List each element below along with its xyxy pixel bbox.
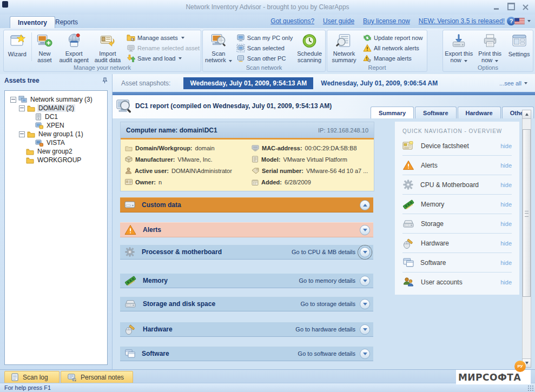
section-custom-data[interactable]: Custom data xyxy=(120,197,373,212)
fact-row: Owner:n xyxy=(121,176,247,188)
hide-link[interactable]: hide xyxy=(500,260,512,266)
expand-section-button[interactable] xyxy=(360,276,370,286)
link-buy-license[interactable]: Buy license now xyxy=(363,17,410,25)
expand-section-button[interactable] xyxy=(360,324,370,335)
expand-section-button[interactable] xyxy=(360,225,370,235)
language-selector[interactable] xyxy=(514,18,531,24)
export-this-now-button[interactable]: Export this now xyxy=(443,30,474,63)
link-user-guide[interactable]: User guide xyxy=(323,17,354,25)
export-audit-agent-button[interactable]: Export audit agent xyxy=(57,30,90,63)
section-hardware[interactable]: Hardware Go to hardware details xyxy=(120,322,373,337)
maximize-button[interactable] xyxy=(507,4,515,10)
settings-button[interactable]: Settings xyxy=(505,30,533,63)
section-software[interactable]: Software Go to software details xyxy=(120,346,373,361)
expand-section-button[interactable] xyxy=(360,247,370,257)
import-audit-data-button[interactable]: Import audit data xyxy=(91,30,124,63)
quick-nav-alerts[interactable]: Alerts hide xyxy=(402,156,512,175)
tab-summary[interactable]: Summary xyxy=(371,107,414,118)
hide-link[interactable]: hide xyxy=(500,201,512,208)
minimize-button[interactable] xyxy=(492,4,500,10)
tree-node-new-group2[interactable]: New group2 xyxy=(5,147,107,156)
pin-icon[interactable] xyxy=(102,77,108,84)
network-summary-button[interactable]: Network summary xyxy=(327,30,361,63)
hide-link[interactable]: hide xyxy=(500,162,512,169)
alert-icon xyxy=(124,224,136,235)
hide-link[interactable]: hide xyxy=(500,279,512,285)
manage-assets-button[interactable]: Manage assets xyxy=(127,32,200,43)
quick-nav-memory[interactable]: Memory hide xyxy=(402,195,512,214)
quick-nav-device-factsheet[interactable]: Device factsheet hide xyxy=(402,136,512,156)
new-asset-button[interactable]: New asset xyxy=(32,30,57,63)
resize-grip[interactable] xyxy=(528,386,533,391)
ribbon: Wizard New asset xyxy=(0,28,535,75)
go-to-hardware-link[interactable]: Go to hardware details xyxy=(295,326,355,333)
tree-node-network-summary[interactable]: Network summary (3) xyxy=(5,95,107,104)
expand-section-button[interactable] xyxy=(360,299,370,309)
go-to-memory-link[interactable]: Go to memory details xyxy=(299,277,355,284)
update-report-button[interactable]: Update report now xyxy=(363,32,423,43)
snapshot-second[interactable]: Wednesday, July 01, 2009, 9:06:54 AM xyxy=(321,79,438,87)
folder-icon xyxy=(125,145,133,151)
personal-notes-icon xyxy=(68,374,76,381)
scan-other-pc-button[interactable]: Scan other PC xyxy=(236,53,293,63)
computer-name: Computer name: domain\DC1 xyxy=(126,127,217,134)
quick-nav-hardware[interactable]: Hardware hide xyxy=(402,234,512,253)
quick-nav-storage[interactable]: Storage hide xyxy=(402,214,512,234)
scan-network-button[interactable]: Scan network xyxy=(203,30,234,63)
go-to-software-link[interactable]: Go to software details xyxy=(298,350,355,357)
scroll-up-button[interactable] xyxy=(522,110,531,119)
tab-reports[interactable]: Reports xyxy=(48,16,85,28)
rename-asset-button[interactable]: Rename selected asset xyxy=(127,43,200,53)
hide-link[interactable]: hide xyxy=(500,221,512,227)
collapse-section-button[interactable] xyxy=(360,200,370,210)
tree-node-xpen[interactable]: XPEN xyxy=(5,121,107,130)
vertical-scrollbar[interactable] xyxy=(522,110,531,392)
close-button[interactable] xyxy=(521,4,530,10)
link-new-version[interactable]: NEW: Version 3.5 is released! xyxy=(419,17,505,25)
go-to-storage-link[interactable]: Go to storage details xyxy=(300,301,355,307)
scan-log-tab[interactable]: Scan log xyxy=(4,371,60,383)
collapse-icon[interactable] xyxy=(10,97,16,103)
go-to-cpu-link[interactable]: Go to CPU & MB details xyxy=(292,249,355,255)
see-all-link[interactable]: ...see all xyxy=(499,80,527,87)
manage-alerts-button[interactable]: Manage alerts xyxy=(363,53,423,63)
section-processor-motherboard[interactable]: Processor & motherboard Go to CPU & MB d… xyxy=(120,244,373,260)
section-alerts[interactable]: Alerts xyxy=(120,222,373,237)
tab-software[interactable]: Software xyxy=(415,107,456,118)
snapshot-selected[interactable]: Wednesday, July 01, 2009, 9:54:13 AM xyxy=(183,77,313,89)
link-got-questions[interactable]: Got questions? xyxy=(270,17,314,25)
all-network-alerts-button[interactable]: All network alerts xyxy=(363,43,423,53)
tree-node-vista[interactable]: VISTA xyxy=(5,138,107,147)
chevron-up-icon xyxy=(525,113,529,116)
tree-node-dc1[interactable]: DC1 xyxy=(5,112,107,121)
quick-nav-cpu[interactable]: CPU & Motherboard hide xyxy=(402,175,512,195)
print-this-now-button[interactable]: Print this now xyxy=(475,30,504,63)
expand-section-button[interactable] xyxy=(360,349,370,359)
quick-nav-software[interactable]: Software hide xyxy=(402,253,512,273)
wizard-button[interactable]: Wizard xyxy=(4,30,31,63)
collapse-icon[interactable] xyxy=(19,105,25,111)
tree-node-domain[interactable]: DOMAIN (2) xyxy=(5,104,107,112)
status-text: For help press F1 xyxy=(4,384,51,391)
hide-link[interactable]: hide xyxy=(500,143,512,149)
fact-row: Active user:DOMAIN\Administrator xyxy=(121,165,247,176)
hide-link[interactable]: hide xyxy=(500,240,512,247)
fact-row: Manufacturer:VMware, Inc. xyxy=(121,154,247,165)
scrollbar-track[interactable] xyxy=(522,119,531,358)
scrollbar-thumb[interactable] xyxy=(523,129,531,297)
section-memory[interactable]: Memory Go to memory details xyxy=(120,273,373,288)
scan-my-pc-button[interactable]: Scan my PC only xyxy=(236,32,293,43)
section-storage[interactable]: Storage and disk space Go to storage det… xyxy=(120,296,373,311)
hide-link[interactable]: hide xyxy=(500,182,512,188)
chevron-down-icon xyxy=(363,229,367,231)
quick-nav-user-accounts[interactable]: User accounts hide xyxy=(402,273,512,291)
storage-icon xyxy=(402,219,414,229)
schedule-scanning-button[interactable]: Schedule scanning xyxy=(294,30,325,63)
save-and-load-button[interactable]: Save and load xyxy=(127,53,200,63)
personal-notes-tab[interactable]: Personal notes xyxy=(61,371,133,383)
collapse-icon[interactable] xyxy=(19,131,25,137)
scan-selected-button[interactable]: Scan selected xyxy=(236,43,293,53)
tree-node-workgroup[interactable]: WORKGROUP xyxy=(5,156,107,164)
tab-hardware[interactable]: Hardware xyxy=(458,107,501,118)
tree-node-new-group1[interactable]: New group1 (1) xyxy=(5,130,107,138)
